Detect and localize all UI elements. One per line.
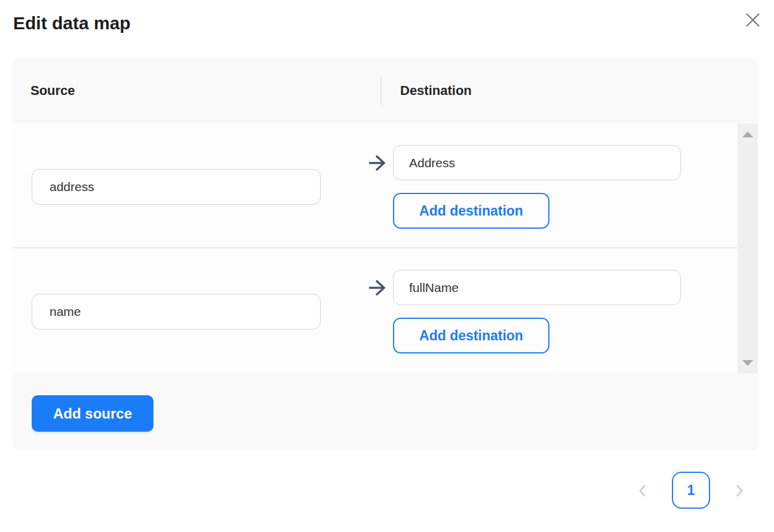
- pagination-next-button[interactable]: [730, 482, 748, 500]
- mapping-row: Add destination: [13, 124, 738, 248]
- pagination-page-1-button[interactable]: 1: [672, 472, 710, 509]
- vertical-scrollbar[interactable]: [738, 124, 758, 373]
- destination-input[interactable]: [393, 270, 681, 305]
- arrow-right-icon: [368, 153, 386, 173]
- source-input[interactable]: [32, 169, 321, 205]
- destination-column-header: Destination: [400, 58, 472, 124]
- close-icon: [745, 12, 761, 30]
- add-destination-button[interactable]: Add destination: [393, 193, 549, 229]
- arrow-right-icon: [368, 278, 386, 297]
- destination-input[interactable]: [393, 145, 681, 180]
- data-map-panel: Source Destination Add destination: [13, 58, 758, 451]
- scroll-down-icon[interactable]: [742, 360, 753, 366]
- scroll-up-icon[interactable]: [742, 131, 753, 137]
- mapping-row: Add destination: [13, 248, 738, 373]
- add-source-button[interactable]: Add source: [32, 395, 153, 432]
- close-button[interactable]: [742, 10, 763, 32]
- mapping-rows-viewport: Add destination Add destination: [13, 124, 738, 373]
- pagination-previous-button[interactable]: [634, 482, 652, 500]
- chevron-right-icon: [731, 483, 747, 500]
- source-column-header: Source: [30, 58, 75, 124]
- source-input[interactable]: [32, 294, 321, 330]
- add-destination-button[interactable]: Add destination: [393, 318, 549, 353]
- page-title: Edit data map: [13, 13, 131, 33]
- table-header: Source Destination: [13, 58, 758, 124]
- column-divider: [380, 78, 382, 105]
- chevron-left-icon: [635, 483, 651, 500]
